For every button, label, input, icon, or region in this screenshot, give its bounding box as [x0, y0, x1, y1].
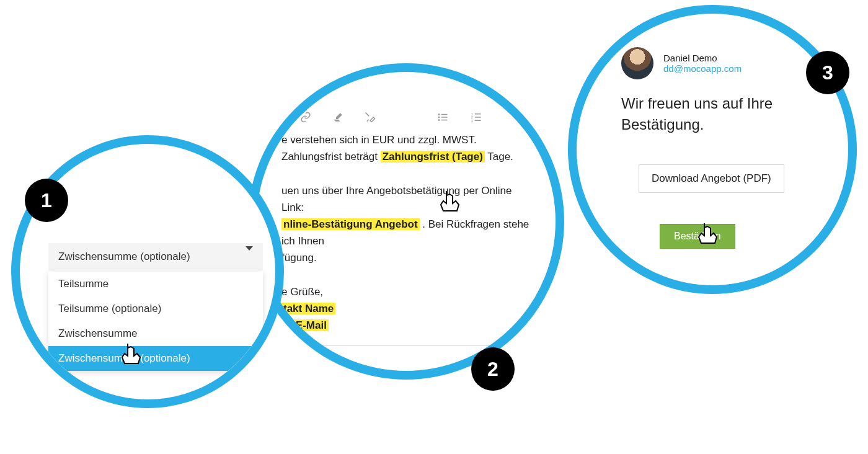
step-badge-2: 2	[471, 347, 515, 391]
text-line: Zahlungsfrist beträgt Zahlungsfrist (Tag…	[281, 148, 531, 165]
text-line: uen uns über Ihre Angebotsbetätigung per…	[281, 182, 531, 216]
placeholder-online-confirm: nline-Bestätigung Angebot	[281, 218, 420, 230]
step-3-circle: Daniel Demo dd@mocoapp.com Wir freuen un…	[568, 5, 857, 294]
brush-icon[interactable]	[365, 112, 376, 123]
editor-panel: 123 e verstehen sich in EUR und zzgl. MW…	[275, 108, 537, 345]
signature-greeting: e Grüße,	[281, 283, 531, 300]
link-icon[interactable]	[300, 112, 311, 123]
svg-rect-11	[475, 120, 481, 122]
step-1-circle: Zwischensumme (optionale) Teilsumme Teil…	[11, 135, 284, 408]
user-name: Daniel Demo	[663, 53, 742, 63]
ordered-list-icon[interactable]: 123	[470, 112, 482, 123]
step-badge-3: 3	[806, 51, 849, 94]
svg-rect-3	[441, 114, 448, 115]
placeholder-contact-email: kt E-Mail	[281, 319, 329, 331]
text-line: nline-Bestätigung Angebot . Bei Rückfrag…	[281, 216, 531, 249]
currency-label: EUR	[212, 381, 237, 394]
highlight-icon[interactable]	[332, 112, 343, 123]
user-row: Daniel Demo dd@mocoapp.com	[621, 47, 815, 79]
dropdown-option-teilsumme[interactable]: Teilsumme	[48, 272, 263, 296]
chevron-down-icon	[246, 251, 253, 263]
unordered-list-icon[interactable]	[436, 112, 449, 123]
text-line: fügung.	[281, 249, 531, 266]
svg-point-2	[438, 119, 440, 121]
svg-point-1	[438, 117, 440, 118]
subtotal-dropdown: Teilsumme Teilsumme (optionale) Zwischen…	[48, 272, 263, 371]
select-label: Zwischensumme (optionale)	[58, 251, 190, 263]
confirm-button[interactable]: Bestätigen	[660, 224, 735, 249]
confirmation-headline: Wir freuen uns auf Ihre Bestätigung.	[621, 93, 815, 135]
step-2-circle: 123 e verstehen sich in EUR und zzgl. MW…	[248, 63, 564, 380]
step-badge-1: 1	[25, 179, 68, 222]
dropdown-option-teilsumme-optional[interactable]: Teilsumme (optionale)	[48, 296, 263, 321]
text-line: e verstehen sich in EUR und zzgl. MWST.	[281, 131, 531, 148]
svg-point-0	[438, 114, 440, 115]
currency-label-faded: EUR	[212, 402, 237, 408]
avatar	[621, 47, 653, 79]
svg-rect-4	[441, 117, 448, 118]
dropdown-option-zwischensumme-optional[interactable]: Zwischensumme (optionale)	[48, 346, 263, 371]
user-email[interactable]: dd@mocoapp.com	[663, 63, 742, 74]
svg-rect-9	[475, 114, 481, 115]
editor-body[interactable]: e verstehen sich in EUR und zzgl. MWST. …	[275, 131, 537, 345]
svg-rect-5	[441, 120, 448, 121]
subtotal-select[interactable]: Zwischensumme (optionale)	[48, 243, 263, 270]
svg-rect-10	[475, 117, 481, 118]
placeholder-payment-term: Zahlungsfrist (Tage)	[381, 151, 485, 162]
dropdown-option-zwischensumme[interactable]: Zwischensumme	[48, 321, 263, 346]
editor-toolbar: 123	[275, 108, 537, 131]
placeholder-contact-name: takt Name	[281, 303, 335, 314]
download-pdf-button[interactable]: Download Angebot (PDF)	[639, 164, 784, 193]
svg-text:3: 3	[471, 119, 473, 123]
